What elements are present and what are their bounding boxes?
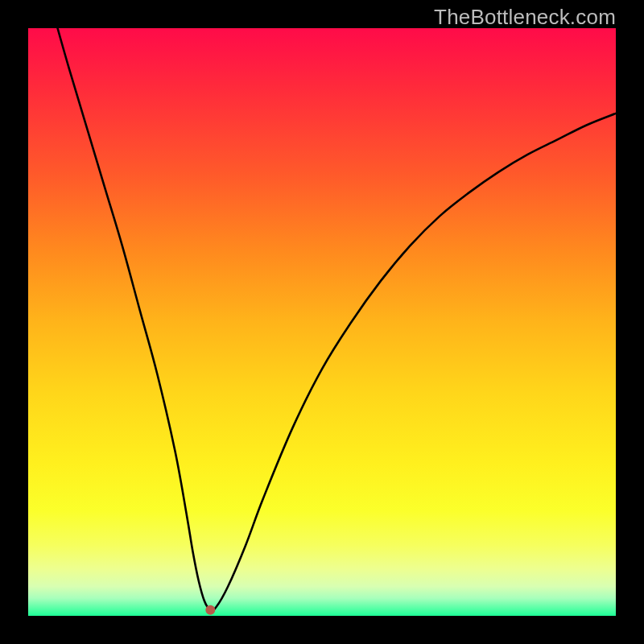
bottleneck-curve-line bbox=[58, 28, 617, 611]
plot-area bbox=[28, 28, 616, 616]
bottleneck-marker bbox=[205, 605, 215, 615]
watermark-text: TheBottleneck.com bbox=[434, 5, 616, 30]
bottleneck-chart: TheBottleneck.com bbox=[0, 0, 644, 644]
curve-layer bbox=[28, 28, 616, 616]
